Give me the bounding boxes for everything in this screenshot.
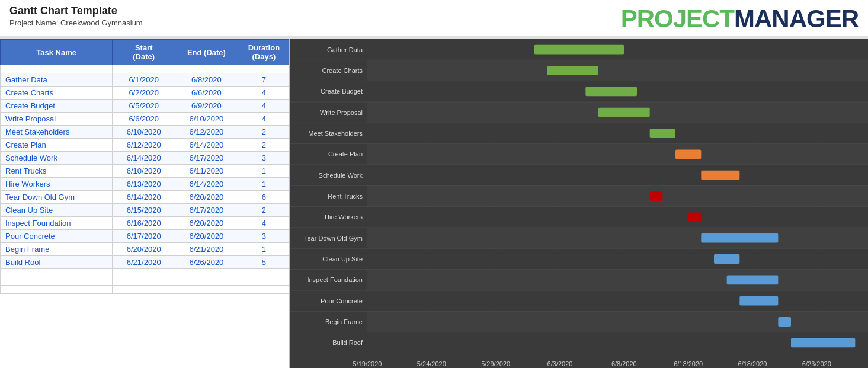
end-cell: 6/26/2020 xyxy=(175,256,238,269)
duration-cell: 4 xyxy=(238,217,290,230)
duration-cell: 2 xyxy=(238,139,290,152)
start-cell: 6/2/2020 xyxy=(113,87,175,100)
task-name-cell: Create Charts xyxy=(1,87,113,100)
table-row: Pour Concrete 6/17/2020 6/20/2020 3 xyxy=(1,230,290,243)
svg-text:Pour Concrete: Pour Concrete xyxy=(321,297,363,305)
svg-rect-68 xyxy=(650,191,663,201)
svg-rect-46 xyxy=(367,248,868,269)
end-cell: 6/10/2020 xyxy=(175,113,238,126)
table-row: Build Roof 6/21/2020 6/26/2020 5 xyxy=(1,256,290,269)
table-row: Inspect Foundation 6/16/2020 6/20/2020 4 xyxy=(1,217,290,230)
duration-cell: 6 xyxy=(238,191,290,204)
svg-text:5/19/2020: 5/19/2020 xyxy=(353,360,382,367)
task-name-cell: Schedule Work xyxy=(1,152,113,165)
end-cell: 6/20/2020 xyxy=(175,191,238,204)
svg-rect-70 xyxy=(701,233,778,243)
start-cell: 6/14/2020 xyxy=(113,152,175,165)
start-cell: 6/13/2020 xyxy=(113,178,175,191)
task-name-cell: Create Budget xyxy=(1,100,113,113)
svg-rect-40 xyxy=(367,207,868,228)
duration-cell: 4 xyxy=(238,113,290,126)
start-cell: 6/6/2020 xyxy=(113,113,175,126)
task-name-cell: Tear Down Old Gym xyxy=(1,191,113,204)
logo-block: PROJECTMANAGER xyxy=(621,5,859,33)
duration-cell: 4 xyxy=(238,87,290,100)
svg-rect-73 xyxy=(739,296,778,306)
end-cell: 6/17/2020 xyxy=(175,152,238,165)
project-name: Project Name: Creekwood Gymnasium xyxy=(9,18,143,27)
end-cell: 6/8/2020 xyxy=(175,73,238,87)
table-row: Create Plan 6/12/2020 6/14/2020 2 xyxy=(1,139,290,152)
svg-rect-75 xyxy=(791,338,855,347)
end-cell: 6/6/2020 xyxy=(175,87,238,100)
svg-rect-43 xyxy=(367,228,868,248)
svg-text:6/8/2020: 6/8/2020 xyxy=(611,360,637,367)
svg-text:6/13/2020: 6/13/2020 xyxy=(674,360,703,367)
task-table: Task Name Start(Date) End (Date) Duratio… xyxy=(0,39,290,294)
table-row: Rent Trucks 6/10/2020 6/11/2020 1 xyxy=(1,165,290,178)
svg-rect-49 xyxy=(367,270,868,290)
col-duration: Duration(Days) xyxy=(238,40,290,65)
start-cell: 6/10/2020 xyxy=(113,165,175,178)
duration-cell: 4 xyxy=(238,100,290,113)
svg-rect-72 xyxy=(727,275,779,284)
svg-rect-62 xyxy=(547,66,598,75)
task-name-cell: Clean Up Site xyxy=(1,204,113,217)
app-title: Gantt Chart Template xyxy=(9,5,143,17)
start-cell: 6/10/2020 xyxy=(113,126,175,139)
svg-text:Build Roof: Build Roof xyxy=(332,339,363,346)
duration-cell: 2 xyxy=(238,126,290,139)
table-row: Tear Down Old Gym 6/14/2020 6/20/2020 6 xyxy=(1,191,290,204)
svg-text:6/18/2020: 6/18/2020 xyxy=(738,360,767,367)
start-cell: 6/21/2020 xyxy=(113,256,175,269)
title-block: Gantt Chart Template Project Name: Creek… xyxy=(9,5,143,27)
svg-text:Create Charts: Create Charts xyxy=(322,67,363,74)
empty-row xyxy=(1,286,290,294)
table-row: Meet Stakeholders 6/10/2020 6/12/2020 2 xyxy=(1,126,290,139)
svg-rect-63 xyxy=(585,87,637,96)
svg-text:Create Plan: Create Plan xyxy=(328,151,363,158)
svg-rect-31 xyxy=(367,144,868,165)
svg-text:Hire Workers: Hire Workers xyxy=(325,213,363,220)
duration-cell: 1 xyxy=(238,165,290,178)
svg-rect-66 xyxy=(675,149,701,159)
table-header-row: Task Name Start(Date) End (Date) Duratio… xyxy=(1,40,290,65)
col-start: Start(Date) xyxy=(113,40,175,65)
svg-text:5/29/2020: 5/29/2020 xyxy=(481,360,510,367)
svg-rect-28 xyxy=(367,123,868,143)
task-name-cell: Hire Workers xyxy=(1,178,113,191)
svg-text:6/3/2020: 6/3/2020 xyxy=(547,360,573,367)
svg-rect-55 xyxy=(367,311,868,332)
duration-cell: 3 xyxy=(238,230,290,243)
end-cell: 6/9/2020 xyxy=(175,100,238,113)
start-cell: 6/12/2020 xyxy=(113,139,175,152)
svg-text:Begin Frame: Begin Frame xyxy=(325,318,363,325)
task-name-cell: Write Proposal xyxy=(1,113,113,126)
end-cell: 6/11/2020 xyxy=(175,165,238,178)
end-cell: 6/20/2020 xyxy=(175,217,238,230)
svg-rect-64 xyxy=(598,108,650,117)
svg-rect-37 xyxy=(367,185,868,206)
start-cell: 6/17/2020 xyxy=(113,230,175,243)
svg-rect-71 xyxy=(714,254,739,264)
svg-rect-65 xyxy=(650,129,675,138)
duration-cell: 2 xyxy=(238,204,290,217)
logo-manager: MANAGER xyxy=(734,5,859,33)
svg-rect-74 xyxy=(778,317,791,327)
start-cell: 6/5/2020 xyxy=(113,100,175,113)
task-name-cell: Begin Frame xyxy=(1,243,113,256)
duration-cell: 1 xyxy=(238,243,290,256)
start-cell: 6/15/2020 xyxy=(113,204,175,217)
svg-text:5/24/2020: 5/24/2020 xyxy=(417,360,446,367)
svg-rect-34 xyxy=(367,165,868,185)
empty-row xyxy=(1,269,290,277)
svg-rect-67 xyxy=(701,171,739,180)
table-row: Begin Frame 6/20/2020 6/21/2020 1 xyxy=(1,243,290,256)
end-cell: 6/14/2020 xyxy=(175,139,238,152)
col-end: End (Date) xyxy=(175,40,238,65)
task-name-cell: Meet Stakeholders xyxy=(1,126,113,139)
start-cell: 6/1/2020 xyxy=(113,73,175,87)
task-name-cell: Gather Data xyxy=(1,73,113,87)
table-row: Create Budget 6/5/2020 6/9/2020 4 xyxy=(1,100,290,113)
col-task-name: Task Name xyxy=(1,40,113,65)
